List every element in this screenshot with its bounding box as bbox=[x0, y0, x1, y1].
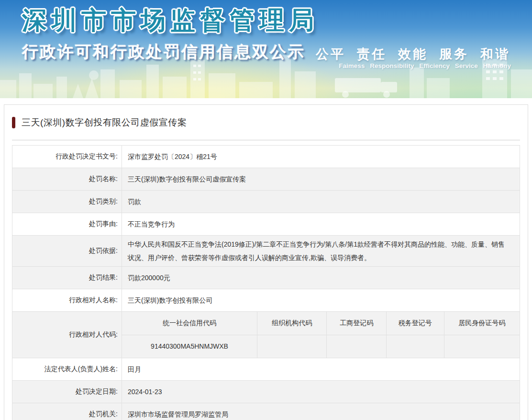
row-label: 处罚依据: bbox=[12, 236, 122, 267]
table-row-document-number: 行政处罚决定书文号: 深市监罗处罚〔2024〕稽21号 bbox=[12, 146, 520, 168]
codes-table: 统一社会信用代码 组织机构代码 工商登记码 税务登记号 居民身份证号码 9144… bbox=[122, 312, 520, 358]
row-label: 处罚名称: bbox=[12, 168, 122, 191]
page-title: 三天(深圳)数字创投有限公司虚假宣传案 bbox=[22, 116, 187, 129]
row-label: 处罚决定日期: bbox=[12, 381, 122, 403]
table-row-penalty-name: 处罚名称: 三天(深圳)数字创投有限公司虚假宣传案 bbox=[12, 168, 520, 191]
codes-col-org: 组织机构代码 bbox=[257, 312, 327, 335]
codes-value-uscc: 91440300MA5HNMJWXB bbox=[122, 335, 257, 358]
table-row-penalty-reason: 处罚事由: 不正当竞争行为 bbox=[12, 213, 520, 236]
row-value: 深圳市市场监督管理局罗湖监管局 bbox=[122, 403, 520, 420]
row-label: 行政相对人代码: bbox=[12, 312, 122, 358]
title-divider bbox=[12, 140, 520, 140]
codes-col-business: 工商登记码 bbox=[327, 312, 387, 335]
table-row-counterpart-codes: 行政相对人代码: 统一社会信用代码 组织机构代码 工商登记码 税务登记号 居民身… bbox=[12, 312, 520, 358]
table-row-counterpart-name: 行政相对人名称: 三天(深圳)数字创投有限公司 bbox=[12, 289, 520, 312]
codes-col-id: 居民身份证号码 bbox=[444, 312, 520, 335]
table-row-decision-date: 处罚决定日期: 2024-01-23 bbox=[12, 381, 520, 403]
row-value: 中华人民共和国反不正当竞争法(2019修正)/第二章不正当竞争行为/第八条/第1… bbox=[122, 236, 520, 267]
row-label: 行政处罚决定书文号: bbox=[12, 146, 122, 168]
slogan-en: Faimess Responsibility Efficiency Servic… bbox=[339, 62, 511, 69]
title-accent-bar bbox=[12, 117, 15, 128]
slogan-word-fairness: 公平 bbox=[316, 45, 345, 63]
site-banner: 深圳市市场监督管理局 行政许可和行政处罚信用信息双公示 公平 责任 效能 服务 … bbox=[0, 0, 532, 98]
row-value: 不正当竞争行为 bbox=[122, 213, 520, 236]
banner-subtitle: 行政许可和行政处罚信用信息双公示 bbox=[22, 41, 305, 63]
row-label: 处罚机关: bbox=[12, 403, 122, 420]
codes-value-row: 91440300MA5HNMJWXB bbox=[122, 335, 520, 358]
codes-value-business bbox=[327, 335, 387, 358]
table-row-penalty-result: 处罚结果: 罚款200000元 bbox=[12, 267, 520, 289]
row-value: 罚款200000元 bbox=[122, 267, 520, 289]
slogan-word-responsibility: 责任 bbox=[357, 45, 387, 63]
content-panel: 三天(深圳)数字创投有限公司虚假宣传案 行政处罚决定书文号: 深市监罗处罚〔20… bbox=[4, 104, 528, 420]
slogan-word-service: 服务 bbox=[439, 45, 469, 63]
table-row-legal-representative: 法定代表人(负责人)姓名: 田月 bbox=[12, 358, 520, 381]
codes-value-id bbox=[444, 335, 520, 358]
codes-col-tax: 税务登记号 bbox=[387, 312, 444, 335]
row-value: 罚款 bbox=[122, 191, 520, 213]
row-label: 法定代表人(负责人)姓名: bbox=[12, 358, 122, 381]
penalty-info-table: 行政处罚决定书文号: 深市监罗处罚〔2024〕稽21号 处罚名称: 三天(深圳)… bbox=[12, 145, 520, 420]
row-value: 三天(深圳)数字创投有限公司 bbox=[122, 289, 520, 312]
slogan-word-efficiency: 效能 bbox=[398, 45, 428, 63]
codes-header-row: 统一社会信用代码 组织机构代码 工商登记码 税务登记号 居民身份证号码 bbox=[122, 312, 520, 335]
agency-title: 深圳市市场监督管理局 bbox=[22, 4, 319, 37]
row-label: 行政相对人名称: bbox=[12, 289, 122, 312]
slogan-word-harmony: 和谐 bbox=[480, 45, 510, 63]
codes-col-uscc: 统一社会信用代码 bbox=[122, 312, 257, 335]
row-value: 田月 bbox=[122, 358, 520, 381]
table-row-penalty-category: 处罚类别: 罚款 bbox=[12, 191, 520, 213]
row-label: 处罚结果: bbox=[12, 267, 122, 289]
row-value: 三天(深圳)数字创投有限公司虚假宣传案 bbox=[122, 168, 520, 191]
row-label: 处罚类别: bbox=[12, 191, 122, 213]
table-row-penalty-basis: 处罚依据: 中华人民共和国反不正当竞争法(2019修正)/第二章不正当竞争行为/… bbox=[12, 236, 520, 267]
slogan-cn: 公平 责任 效能 服务 和谐 bbox=[316, 45, 510, 63]
case-title-row: 三天(深圳)数字创投有限公司虚假宣传案 bbox=[8, 116, 524, 129]
codes-value-org bbox=[257, 335, 327, 358]
row-value: 2024-01-23 bbox=[122, 381, 520, 403]
row-label: 处罚事由: bbox=[12, 213, 122, 236]
row-value: 深市监罗处罚〔2024〕稽21号 bbox=[122, 146, 520, 168]
codes-value-tax bbox=[387, 335, 444, 358]
codes-nested-cell: 统一社会信用代码 组织机构代码 工商登记码 税务登记号 居民身份证号码 9144… bbox=[122, 312, 520, 358]
table-row-penalty-authority: 处罚机关: 深圳市市场监督管理局罗湖监管局 bbox=[12, 403, 520, 420]
